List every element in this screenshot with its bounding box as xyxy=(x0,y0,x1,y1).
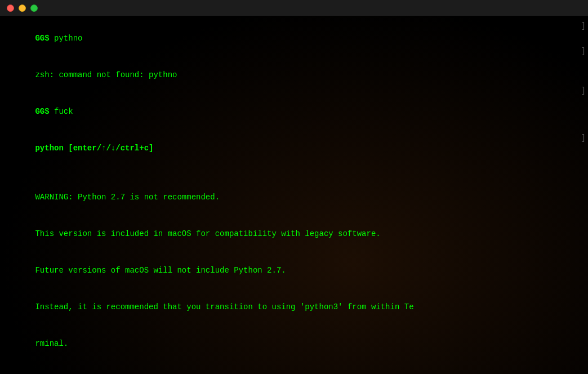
close-button[interactable] xyxy=(7,5,14,12)
command-text: pythno xyxy=(54,34,82,43)
scroll-bracket-2: ] xyxy=(581,46,586,58)
terminal-window: GG$ pythno zsh: command not found: pythn… xyxy=(0,0,588,374)
terminal-line: Instead, it is recommended that you tran… xyxy=(7,289,581,326)
terminal-line: rminal. xyxy=(7,326,581,362)
suggestion-rest: [enter/↑/↓/ctrl+c] xyxy=(64,144,154,153)
scroll-bracket-3: ] xyxy=(581,85,586,97)
prompt: GG$ xyxy=(35,34,54,43)
output-text: Future versions of macOS will not includ… xyxy=(35,266,286,275)
output-text: rminal. xyxy=(35,339,68,348)
terminal-line: WARNING: Python 2.7 is not recommended. xyxy=(7,179,581,216)
terminal-line: zsh: command not found: pythno xyxy=(7,57,581,94)
terminal-line-suggestion: python [enter/↑/↓/ctrl+c] xyxy=(7,130,581,167)
terminal-blank-line xyxy=(7,167,581,179)
terminal-line: This version is included in macOS for co… xyxy=(7,216,581,252)
output-text: zsh: command not found: pythno xyxy=(35,70,177,79)
terminal-line: GG$ fuck xyxy=(7,94,581,130)
terminal-content[interactable]: GG$ pythno zsh: command not found: pythn… xyxy=(0,16,588,374)
terminal-blank-line xyxy=(7,362,581,374)
minimize-button[interactable] xyxy=(19,5,26,12)
output-text: This version is included in macOS for co… xyxy=(35,229,380,238)
prompt: GG$ xyxy=(35,107,54,116)
scroll-bracket-1: ] xyxy=(581,20,586,33)
scroll-bracket-4: ] xyxy=(581,132,586,145)
output-text: Instead, it is recommended that you tran… xyxy=(35,302,413,311)
terminal-line: Future versions of macOS will not includ… xyxy=(7,252,581,289)
suggestion-bold: python xyxy=(35,144,63,153)
command-text: fuck xyxy=(54,107,73,116)
maximize-button[interactable] xyxy=(30,5,38,12)
scrollbar-brackets: ] ] ] ] xyxy=(581,20,586,145)
title-bar xyxy=(0,0,588,16)
output-text: WARNING: Python 2.7 is not recommended. xyxy=(35,193,220,202)
terminal-line: GG$ pythno xyxy=(7,20,581,57)
